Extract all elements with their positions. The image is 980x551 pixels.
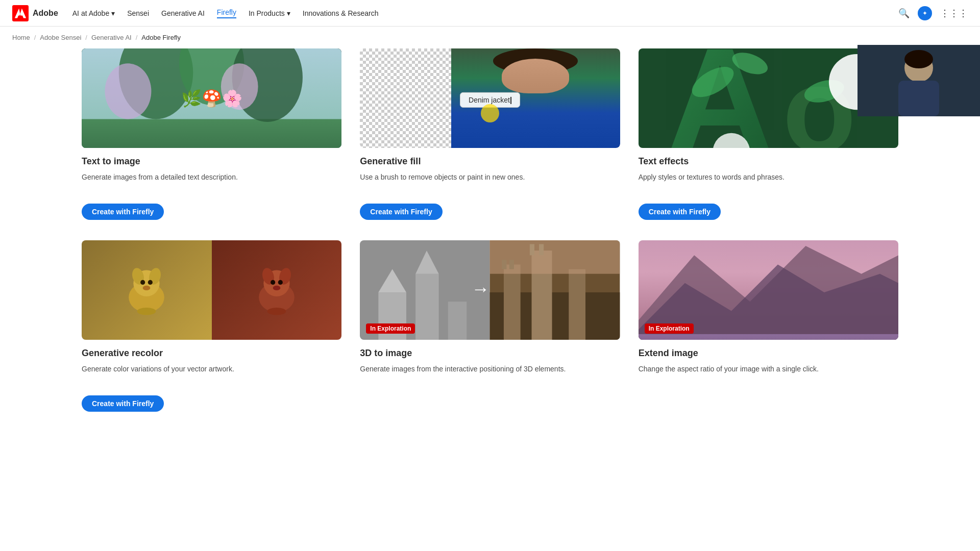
in-exploration-badge-3d: In Exploration bbox=[366, 323, 415, 334]
text-cursor bbox=[510, 97, 511, 104]
breadcrumb-home[interactable]: Home bbox=[12, 34, 30, 41]
create-firefly-button-generative-fill[interactable]: Create with Firefly bbox=[360, 204, 442, 220]
chevron-down-icon: ▾ bbox=[287, 9, 290, 17]
create-firefly-button-generative-recolor[interactable]: Create with Firefly bbox=[82, 395, 164, 412]
card-title-generative-fill: Generative fill bbox=[360, 156, 620, 167]
search-icon[interactable]: 🔍 bbox=[898, 8, 910, 19]
svg-point-33 bbox=[267, 307, 286, 315]
card-title-extend-image: Extend image bbox=[639, 348, 898, 359]
adobe-logo-icon bbox=[12, 5, 29, 21]
logo[interactable]: Adobe bbox=[12, 5, 58, 21]
main-content: Text to image Generate images from a det… bbox=[0, 48, 980, 432]
cursor-indicator bbox=[481, 104, 499, 122]
svg-text:→: → bbox=[472, 279, 490, 299]
svg-rect-47 bbox=[502, 260, 507, 269]
svg-rect-54 bbox=[639, 334, 898, 340]
breadcrumb-generative-ai[interactable]: Generative AI bbox=[91, 34, 132, 41]
svg-rect-61 bbox=[898, 81, 939, 116]
forest-scene-svg bbox=[82, 48, 341, 148]
recolor-dog-right bbox=[212, 240, 342, 340]
card-generative-recolor: Generative recolor Generate color variat… bbox=[82, 240, 341, 412]
breadcrumb-sep-1: / bbox=[34, 34, 36, 41]
card-image-3d-to-image: → In Exploration bbox=[360, 240, 620, 340]
card-description-generative-fill: Use a brush to remove objects or paint i… bbox=[360, 172, 620, 194]
svg-rect-50 bbox=[539, 244, 544, 255]
cards-grid: Text to image Generate images from a det… bbox=[82, 48, 898, 412]
svg-point-62 bbox=[904, 50, 933, 68]
card-description-text-effects: Apply styles or textures to words and ph… bbox=[639, 172, 898, 194]
svg-rect-37 bbox=[415, 274, 438, 340]
nav-items: AI at Adobe ▾ Sensei Generative AI Firef… bbox=[72, 8, 379, 18]
svg-point-6 bbox=[105, 63, 151, 119]
card-title-generative-recolor: Generative recolor bbox=[82, 348, 341, 359]
breadcrumb-current: Adobe Firefly bbox=[141, 34, 181, 41]
dog-svg-right bbox=[249, 262, 305, 318]
dog-svg-left bbox=[118, 262, 175, 318]
svg-rect-43 bbox=[504, 264, 521, 340]
svg-rect-49 bbox=[530, 244, 534, 255]
video-person bbox=[857, 45, 980, 116]
svg-point-32 bbox=[273, 285, 281, 290]
in-exploration-badge-extend: In Exploration bbox=[645, 323, 694, 334]
card-title-text-effects: Text effects bbox=[639, 156, 898, 167]
svg-rect-48 bbox=[509, 260, 514, 269]
card-description-text-to-image: Generate images from a detailed text des… bbox=[82, 172, 341, 194]
nav-item-in-products[interactable]: In Products ▾ bbox=[249, 9, 290, 17]
breadcrumb-sep-2: / bbox=[85, 34, 87, 41]
nav-item-generative-ai[interactable]: Generative AI bbox=[161, 9, 205, 17]
card-3d-to-image: → In Exploration bbox=[360, 240, 620, 412]
svg-point-22 bbox=[140, 280, 145, 284]
card-title-text-to-image: Text to image bbox=[82, 156, 341, 167]
nav-item-sensei[interactable]: Sensei bbox=[127, 9, 149, 17]
card-image-text-to-image bbox=[82, 48, 341, 148]
card-description-generative-recolor: Generate color variations of your vector… bbox=[82, 364, 341, 386]
card-text-to-image: Text to image Generate images from a det… bbox=[82, 48, 341, 220]
svg-point-25 bbox=[137, 307, 156, 315]
card-description-3d-to-image: Generate images from the interactive pos… bbox=[360, 364, 620, 386]
svg-rect-2 bbox=[82, 119, 341, 148]
svg-rect-46 bbox=[490, 240, 620, 274]
recolor-dog-left bbox=[82, 240, 212, 340]
video-overlay bbox=[857, 45, 980, 116]
nav-item-firefly[interactable]: Firefly bbox=[217, 8, 236, 18]
card-description-extend-image: Change the aspect ratio of your image wi… bbox=[639, 364, 898, 386]
card-image-extend-image: In Exploration bbox=[639, 240, 898, 340]
breadcrumb: Home / Adobe Sensei / Generative AI / Ad… bbox=[0, 27, 980, 48]
card-image-generative-recolor bbox=[82, 240, 341, 340]
svg-point-23 bbox=[148, 280, 153, 284]
card-extend-image: In Exploration Extend image Change the a… bbox=[639, 240, 898, 412]
svg-point-7 bbox=[221, 63, 258, 110]
breadcrumb-sep-3: / bbox=[136, 34, 138, 41]
apps-grid-icon[interactable]: ⋮⋮⋮ bbox=[940, 8, 968, 19]
create-firefly-button-text-to-image[interactable]: Create with Firefly bbox=[82, 204, 164, 220]
create-firefly-button-text-effects[interactable]: Create with Firefly bbox=[639, 204, 721, 220]
chevron-down-icon: ▾ bbox=[111, 9, 115, 17]
card-image-generative-fill: Denim jacket bbox=[360, 48, 620, 148]
nav-item-ai-at-adobe[interactable]: AI at Adobe ▾ bbox=[72, 9, 115, 17]
brand-name: Adobe bbox=[33, 9, 58, 18]
navigation: Adobe AI at Adobe ▾ Sensei Generative AI… bbox=[0, 0, 980, 27]
nav-item-innovations[interactable]: Innovations & Research bbox=[303, 9, 379, 17]
svg-point-24 bbox=[143, 285, 151, 290]
svg-rect-45 bbox=[569, 269, 586, 340]
svg-point-31 bbox=[278, 280, 283, 284]
svg-rect-39 bbox=[448, 302, 467, 340]
video-person-svg bbox=[857, 45, 980, 116]
svg-point-30 bbox=[271, 280, 275, 284]
card-title-3d-to-image: 3D to image bbox=[360, 348, 620, 359]
person-face bbox=[502, 59, 569, 93]
card-generative-fill: Denim jacket Generative fill Use a brush… bbox=[360, 48, 620, 220]
breadcrumb-sensei[interactable]: Adobe Sensei bbox=[40, 34, 81, 41]
user-avatar-icon[interactable]: ✦ bbox=[918, 6, 932, 20]
nav-actions: 🔍 ✦ ⋮⋮⋮ bbox=[898, 6, 968, 20]
